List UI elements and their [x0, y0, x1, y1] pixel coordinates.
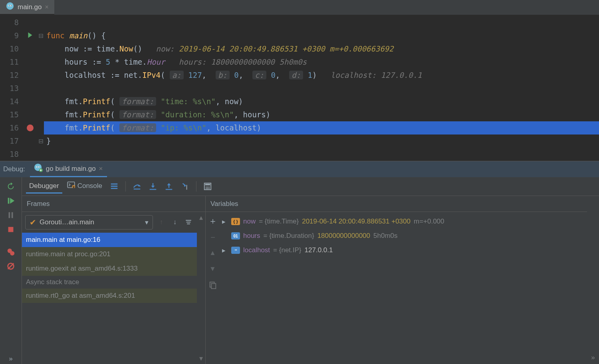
- variables-toolbar: ＋ － ▲ ▼: [206, 212, 220, 364]
- variable-row[interactable]: ▸ ⠒ localhost = {net.IP} 127.0.0.1: [220, 243, 587, 257]
- svg-rect-28: [166, 189, 173, 190]
- svg-rect-24: [134, 189, 141, 190]
- expand-icon[interactable]: ▸: [222, 218, 228, 226]
- check-icon: ✔: [30, 218, 36, 227]
- tab-debugger[interactable]: Debugger: [26, 180, 62, 194]
- svg-point-16: [10, 251, 14, 255]
- svg-rect-11: [8, 198, 10, 204]
- svg-point-9: [39, 167, 40, 168]
- evaluate-expression-button[interactable]: [200, 179, 215, 194]
- debug-toolwindow-header: Debug: go build main.go ×: [0, 161, 599, 177]
- view-breakpoints-button[interactable]: [6, 247, 16, 257]
- frames-panel: Frames ✔ Gorouti…ain.main ▾ ↑ ↓: [22, 196, 206, 364]
- svg-rect-21: [111, 184, 118, 185]
- svg-rect-40: [187, 224, 190, 224]
- copy-watch-button[interactable]: [208, 280, 218, 290]
- variables-more-icon[interactable]: »: [587, 196, 599, 364]
- chevron-down-icon: ▾: [145, 218, 149, 227]
- up-watch-button[interactable]: ▲: [208, 248, 218, 258]
- debug-tabs-toolbar: Debugger Console: [22, 177, 599, 196]
- add-watch-button[interactable]: ＋: [208, 216, 218, 226]
- svg-point-0: [6, 2, 14, 10]
- svg-rect-38: [186, 220, 191, 221]
- run-to-cursor-button[interactable]: [178, 179, 192, 194]
- svg-point-37: [208, 188, 210, 189]
- async-stack-label: Async stack trace: [22, 276, 197, 289]
- svg-rect-13: [12, 212, 13, 218]
- tab-console[interactable]: Console: [64, 179, 105, 194]
- variables-list[interactable]: ▸ { } now = {time.Time} 2019-06-14 20:00…: [220, 212, 587, 364]
- fold-open-icon[interactable]: ⊟: [39, 29, 43, 42]
- svg-rect-22: [111, 186, 118, 187]
- svg-rect-42: [211, 283, 216, 289]
- svg-point-3: [9, 5, 10, 6]
- svg-point-34: [208, 186, 210, 188]
- editor-tab-bar: main.go ×: [0, 0, 599, 15]
- more-icon[interactable]: »: [6, 354, 16, 364]
- svg-rect-39: [186, 222, 191, 223]
- step-into-button[interactable]: [146, 179, 160, 194]
- run-config-tab[interactable]: go build main.go ×: [30, 161, 107, 177]
- debug-side-toolbar: »: [0, 177, 22, 364]
- filter-frames-button[interactable]: [183, 219, 194, 226]
- icon-gutter: [22, 15, 38, 161]
- goroutine-selector[interactable]: ✔ Gorouti…ain.main ▾: [25, 215, 153, 229]
- step-over-button[interactable]: [130, 179, 144, 194]
- go-file-icon: [6, 2, 14, 12]
- svg-rect-14: [8, 227, 14, 232]
- mute-breakpoints-button[interactable]: [6, 261, 16, 271]
- file-tab-main-go[interactable]: main.go ×: [0, 0, 54, 15]
- svg-rect-31: [205, 184, 210, 186]
- remove-watch-button[interactable]: －: [208, 232, 218, 242]
- svg-point-33: [207, 186, 208, 188]
- svg-point-36: [207, 188, 208, 189]
- debug-title: Debug:: [3, 165, 25, 173]
- debug-toolwindow: » Debugger Console Frames: [0, 177, 599, 364]
- fold-gutter: ⊟⊟: [38, 15, 44, 161]
- code-editor[interactable]: 89101112131415161718 ⊟⊟ func main() { no…: [0, 15, 599, 161]
- stack-frame[interactable]: runtime.goexit at asm_amd64.s:1333: [22, 261, 197, 276]
- line-number-gutter: 89101112131415161718: [0, 15, 22, 161]
- svg-rect-12: [9, 212, 10, 218]
- close-run-tab-icon[interactable]: ×: [99, 165, 103, 173]
- stack-frame[interactable]: runtime.main at proc.go:201: [22, 247, 197, 261]
- pause-button[interactable]: [6, 210, 16, 220]
- rerun-button[interactable]: [6, 181, 16, 192]
- code-area[interactable]: func main() { now := time.Now() now: 201…: [44, 15, 599, 161]
- goroutine-label: Gorouti…ain.main: [40, 218, 94, 226]
- stack-frame[interactable]: runtime.rt0_go at asm_amd64.s:201: [22, 289, 197, 303]
- prev-frame-button[interactable]: ↑: [156, 218, 167, 226]
- svg-point-4: [11, 5, 12, 6]
- run-gutter-icon[interactable]: [28, 29, 33, 42]
- variables-panel: Variables ＋ － ▲ ▼ ▸ { } now = {time.Time…: [206, 196, 587, 364]
- svg-rect-26: [150, 189, 157, 190]
- file-tab-label: main.go: [18, 3, 42, 11]
- next-frame-button[interactable]: ↓: [170, 218, 180, 226]
- frames-panel-title: Frames: [22, 196, 205, 212]
- frames-scrollbar[interactable]: ▴ ▾: [197, 212, 205, 364]
- resume-button[interactable]: [6, 196, 16, 206]
- threads-icon[interactable]: [107, 179, 121, 194]
- fold-close-icon[interactable]: ⊟: [39, 135, 43, 148]
- variable-row[interactable]: ▸ { } now = {time.Time} 2019-06-14 20:00…: [220, 214, 587, 229]
- stack-frame[interactable]: main.main at main.go:16: [22, 233, 197, 247]
- type-badge-icon: 01: [231, 232, 240, 239]
- variable-row[interactable]: 01 hours = {time.Duration} 1800000000000…: [220, 229, 587, 243]
- variables-panel-title: Variables: [206, 196, 587, 212]
- svg-rect-23: [111, 188, 118, 189]
- stop-button[interactable]: [6, 224, 16, 235]
- console-icon: [67, 182, 75, 190]
- breakpoint-icon[interactable]: [27, 125, 34, 131]
- go-run-icon: [34, 163, 43, 174]
- type-badge-icon: ⠒: [231, 247, 240, 254]
- expand-icon[interactable]: ▸: [222, 246, 228, 255]
- svg-point-35: [206, 188, 207, 189]
- svg-point-8: [37, 167, 38, 168]
- svg-point-32: [206, 186, 207, 188]
- type-badge-icon: { }: [231, 218, 240, 225]
- step-out-button[interactable]: [162, 179, 176, 194]
- down-watch-button[interactable]: ▼: [208, 264, 218, 274]
- run-config-label: go build main.go: [46, 165, 96, 173]
- frames-list[interactable]: main.main at main.go:16runtime.main at p…: [22, 233, 197, 303]
- close-tab-icon[interactable]: ×: [45, 4, 48, 11]
